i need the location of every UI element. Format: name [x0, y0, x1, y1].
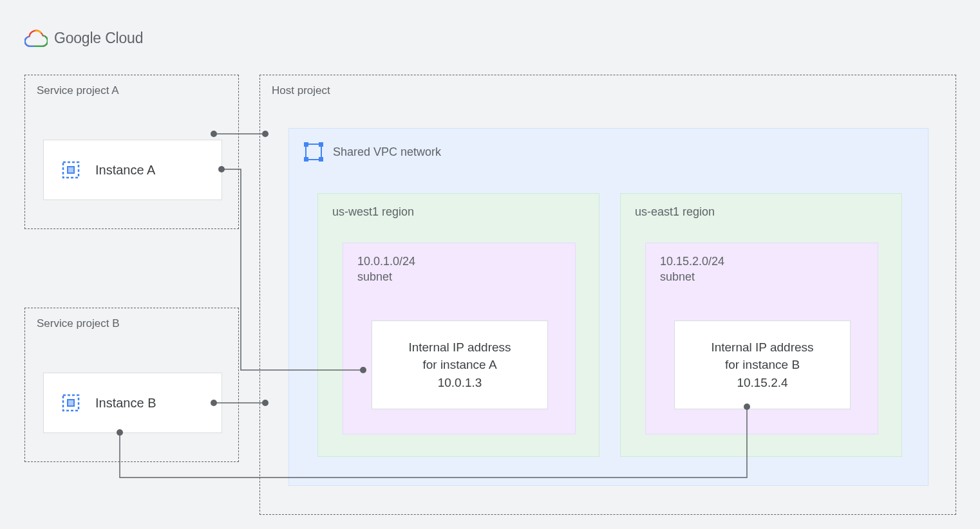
service-project-b-box: Service project B Instance B: [24, 308, 239, 462]
svg-rect-10: [319, 157, 323, 162]
ip-b-for: for instance B: [725, 356, 800, 374]
region-east-label: us-east1 region: [635, 205, 715, 219]
brand-google: Google: [54, 30, 101, 46]
instance-a-label: Instance A: [95, 163, 155, 178]
instance-a-card: Instance A: [43, 140, 222, 200]
brand-text: Google Cloud: [54, 30, 143, 47]
service-project-a-box: Service project A Instance A: [24, 75, 239, 229]
svg-rect-7: [304, 142, 308, 147]
host-project-box: Host project Shared VPC network us-west1…: [259, 75, 956, 515]
compute-engine-icon: [58, 390, 84, 416]
ip-a-for: for instance A: [422, 356, 496, 374]
ip-card-a: Internal IP address for instance A 10.0.…: [372, 320, 548, 409]
region-west-label: us-west1 region: [332, 205, 414, 219]
subnet-east-label: 10.15.2.0/24 subnet: [660, 254, 724, 285]
vpc-network-icon: [303, 142, 324, 162]
service-project-a-label: Service project A: [37, 84, 119, 97]
ip-b-addr: 10.15.2.4: [737, 374, 787, 392]
compute-engine-icon: [58, 157, 84, 183]
cloud-icon: [24, 28, 48, 48]
subnet-east-cidr: 10.15.2.0/24: [660, 255, 724, 268]
google-cloud-logo: Google Cloud: [24, 28, 143, 48]
ip-b-title: Internal IP address: [711, 339, 813, 357]
svg-rect-9: [304, 157, 308, 162]
subnet-west-box: 10.0.1.0/24 subnet Internal IP address f…: [343, 243, 576, 434]
subnet-west-cidr: 10.0.1.0/24: [357, 255, 415, 268]
host-project-label: Host project: [272, 84, 330, 97]
subnet-east-word: subnet: [660, 270, 695, 283]
subnet-west-word: subnet: [357, 270, 392, 283]
shared-vpc-box: Shared VPC network us-west1 region 10.0.…: [288, 128, 928, 486]
svg-rect-5: [68, 400, 73, 405]
ip-card-b: Internal IP address for instance B 10.15…: [674, 320, 851, 409]
instance-b-label: Instance B: [95, 396, 156, 411]
vpc-title: Shared VPC network: [333, 145, 441, 159]
brand-cloud: Cloud: [105, 30, 143, 46]
ip-a-title: Internal IP address: [408, 339, 511, 357]
subnet-east-box: 10.15.2.0/24 subnet Internal IP address …: [645, 243, 878, 434]
service-project-b-label: Service project B: [37, 317, 120, 330]
region-east-box: us-east1 region 10.15.2.0/24 subnet Inte…: [620, 193, 902, 457]
ip-a-addr: 10.0.1.3: [438, 374, 482, 392]
subnet-west-label: 10.0.1.0/24 subnet: [357, 254, 415, 285]
svg-rect-2: [68, 167, 73, 172]
vpc-header: Shared VPC network: [303, 142, 441, 162]
region-west-box: us-west1 region 10.0.1.0/24 subnet Inter…: [317, 193, 599, 457]
instance-b-card: Instance B: [43, 373, 222, 433]
svg-rect-8: [319, 142, 323, 147]
